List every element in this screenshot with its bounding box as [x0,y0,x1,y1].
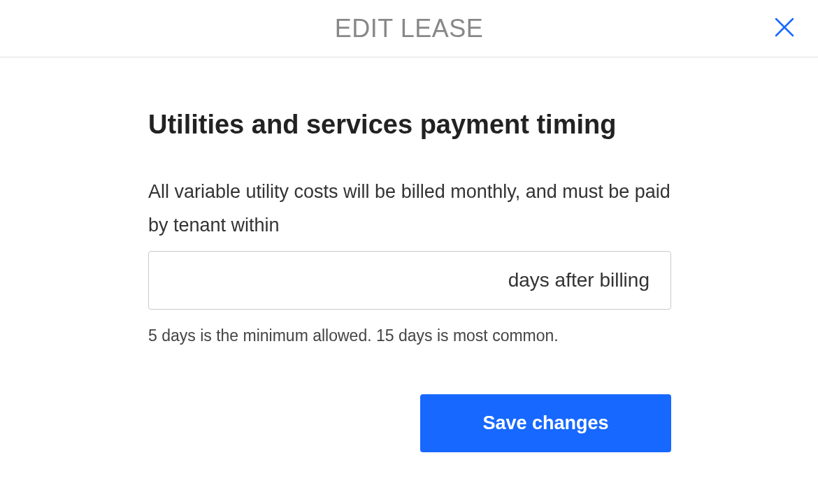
modal-content: Utilities and services payment timing Al… [148,57,671,452]
save-button[interactable]: Save changes [420,394,671,452]
input-suffix-label: days after billing [508,269,650,291]
days-input-container: days after billing [148,251,671,310]
section-title: Utilities and services payment timing [148,109,671,141]
hint-text: 5 days is the minimum allowed. 15 days i… [148,326,671,345]
actions-row: Save changes [148,394,671,452]
modal-header: EDIT LEASE [0,0,818,57]
modal-title: EDIT LEASE [335,14,483,43]
close-icon [773,16,796,41]
description-text: All variable utility costs will be bille… [148,175,671,243]
close-button[interactable] [770,15,798,43]
days-input[interactable] [149,252,508,309]
